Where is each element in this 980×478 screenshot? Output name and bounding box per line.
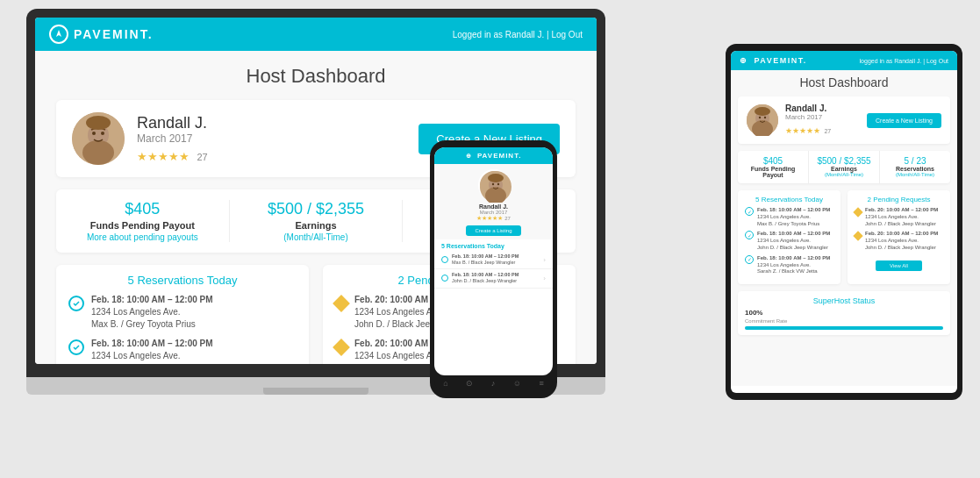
diamond-icon-2 [333, 339, 350, 356]
stat-earnings: $500 / $2,355 Earnings (Month/All-Time) [230, 200, 404, 242]
tablet-view-all: View All [855, 255, 943, 271]
tablet-res-title: 5 Reservations Today [745, 196, 833, 203]
phone-check-icon-2 [441, 275, 448, 282]
phone-res-text-1: Feb. 18: 10:00 AM – 12:00 PM Max B. / Bl… [452, 253, 540, 266]
tablet-reservations-section: 5 Reservations Today ✓ Feb. 18: 10:00 AM… [738, 190, 841, 284]
check-icon-2 [68, 339, 84, 355]
user-date: March 2017 [137, 132, 406, 145]
tablet-layout: Host Dashboard [731, 70, 957, 393]
header-auth-text: Logged in as Randall J. | Log Out [453, 30, 583, 39]
tablet-dashboard-title: Host Dashboard [738, 75, 950, 89]
tablet-superhost-section: SuperHost Status 100% Commitment Rate [738, 291, 950, 335]
svg-point-4 [101, 132, 104, 135]
svg-point-9 [491, 183, 493, 185]
stat-earnings-value: $500 / $2,355 [240, 200, 392, 218]
tablet-user-info: Randall J. March 2017 ★★★★★ 27 [785, 103, 860, 137]
tablet-userdate: March 2017 [785, 113, 860, 121]
reservations-section: 5 Reservations Today Feb. 18: 10:00 AM –… [56, 265, 309, 364]
phone-logo: ⊕ PAVEMINT. [441, 152, 546, 160]
tablet-device: ⊕ PAVEMINT. logged in as Randall J. | Lo… [726, 44, 962, 400]
stat-funds-sub: More about pending payouts [67, 232, 218, 242]
tablet-frame: ⊕ PAVEMINT. logged in as Randall J. | Lo… [726, 44, 962, 400]
svg-point-10 [497, 183, 498, 185]
tablet-header: ⊕ PAVEMINT. logged in as Randall J. | Lo… [731, 51, 957, 70]
reservations-title: 5 Reservations Today [68, 274, 297, 287]
tablet-stats: $405 Funds Pending Payout $500 / $2,355 … [738, 151, 950, 183]
dashboard-title: Host Dashboard [56, 65, 576, 88]
tablet-pending-text-2: Feb. 20: 10:00 AM – 12:00 PM 1234 Los An… [865, 231, 938, 251]
tablet-logo: ⊕ PAVEMINT. [740, 56, 807, 65]
tablet-view-all-button[interactable]: View All [876, 260, 922, 271]
phone-nav-person-icon[interactable]: ☺ [513, 379, 521, 388]
phone-header: ⊕ PAVEMINT. [434, 147, 553, 164]
phone-screen: ⊕ PAVEMINT. [434, 147, 553, 375]
stat-earnings-sub: (Month/All-Time) [240, 232, 392, 242]
phone-create-listing-button[interactable]: Create a Listing [466, 225, 520, 236]
logo-area: PAVEMINT. [49, 25, 154, 44]
tablet-check-2: ✓ [745, 231, 754, 239]
avatar [72, 112, 125, 165]
phone-nav-search-icon[interactable]: ⊙ [466, 379, 473, 388]
brand-name: PAVEMINT. [74, 27, 154, 41]
phone-avatar [478, 169, 510, 201]
stat-earnings-label: Earnings [240, 220, 392, 231]
res-item-1: Feb. 18: 10:00 AM – 12:00 PM 1234 Los An… [68, 294, 297, 331]
svg-point-2 [82, 140, 114, 165]
tablet-pending-text-1: Feb. 20: 10:00 AM – 12:00 PM 1234 Los An… [865, 207, 938, 227]
check-icon-1 [68, 296, 84, 311]
tablet-pending-section: 2 Pending Requests Feb. 20: 10:00 AM – 1… [848, 190, 950, 284]
svg-point-16 [764, 117, 766, 118]
tablet-pending-title: 2 Pending Requests [855, 196, 943, 203]
svg-point-11 [488, 174, 504, 182]
superhost-commitment-label: Commitment Rate [745, 318, 943, 324]
phone-username: Randall J. [479, 203, 508, 210]
phone-nav-manage-icon[interactable]: ≡ [539, 379, 543, 388]
tablet-screen: ⊕ PAVEMINT. logged in as Randall J. | Lo… [731, 51, 957, 393]
tablet-res-row: 5 Reservations Today ✓ Feb. 18: 10:00 AM… [738, 190, 950, 284]
tablet-avatar [747, 104, 778, 136]
tablet-res-item-1: ✓ Feb. 18: 10:00 AM – 12:00 PM 1234 Los … [745, 207, 833, 227]
tablet-create-listing-button[interactable]: Create a New Listing [867, 113, 941, 128]
superhost-commitment-value: 100% [745, 309, 943, 317]
tablet-stat-funds-label: Funds Pending Payout [741, 166, 805, 178]
phone-nav: ⌂ ⊙ ♪ ☺ ≡ [434, 375, 553, 391]
logo-icon [49, 25, 68, 44]
user-review-count: 27 [197, 152, 207, 162]
phone-stars: ★★★★★ 27 [476, 215, 511, 222]
stat-funds-value: $405 [67, 200, 218, 218]
tablet-res-text-3: Feb. 18: 10:00 AM – 12:00 PM 1234 Los An… [757, 255, 830, 275]
tablet-res-text-1: Feb. 18: 10:00 AM – 12:00 PM 1234 Los An… [757, 207, 830, 227]
tablet-check-1: ✓ [745, 207, 754, 216]
phone-res-item-2: Feb. 18: 10:00 AM – 12:00 PM John D. / B… [434, 269, 553, 288]
tablet-check-3: ✓ [745, 255, 754, 264]
user-name: Randall J. [137, 114, 406, 132]
tablet-stat-earnings: $500 / $2,355 Earnings (Month/All-Time) [809, 151, 880, 183]
phone-nav-home-icon[interactable]: ⌂ [443, 379, 447, 388]
phone-device: ⊕ PAVEMINT. [430, 140, 557, 398]
superhost-progress-fill [745, 326, 943, 330]
svg-point-17 [755, 107, 770, 116]
tablet-user-card: Randall J. March 2017 ★★★★★ 27 Create a … [738, 96, 950, 144]
phone-nav-bell-icon[interactable]: ♪ [491, 379, 496, 388]
tablet-stat-earnings-label: Earnings [812, 166, 876, 172]
tablet-diamond-1 [853, 207, 862, 217]
tablet-stat-funds: $405 Funds Pending Payout [738, 151, 809, 183]
phone-res-text-2: Feb. 18: 10:00 AM – 12:00 PM John D. / B… [452, 272, 540, 284]
tablet-username: Randall J. [785, 103, 860, 113]
tablet-auth-text: logged in as Randall J. | Log Out [860, 58, 948, 64]
diamond-icon-1 [333, 295, 350, 312]
superhost-progress-bg [745, 326, 943, 330]
tablet-res-item-3: ✓ Feb. 18: 10:00 AM – 12:00 PM 1234 Los … [745, 255, 833, 275]
scene: PAVEMINT. Logged in as Randall J. | Log … [0, 0, 980, 478]
tablet-stat-funds-value: $405 [741, 156, 805, 166]
tablet-pending-item-2: Feb. 20: 10:00 AM – 12:00 PM 1234 Los An… [855, 231, 943, 251]
tablet-stars: ★★★★★ [785, 126, 820, 135]
phone-chevron-2: › [543, 275, 546, 282]
svg-point-15 [759, 117, 761, 118]
tablet-res-item-2: ✓ Feb. 18: 10:00 AM – 12:00 PM 1234 Los … [745, 231, 833, 251]
phone-check-icon-1 [441, 256, 448, 263]
phone-avatar-area: Randall J. March 2017 ★★★★★ 27 Create a … [434, 164, 553, 239]
tablet-main: Host Dashboard [731, 70, 957, 393]
stat-funds: $405 Funds Pending Payout More about pen… [56, 200, 230, 242]
res-item-2: Feb. 18: 10:00 AM – 12:00 PM 1234 Los An… [68, 338, 297, 364]
